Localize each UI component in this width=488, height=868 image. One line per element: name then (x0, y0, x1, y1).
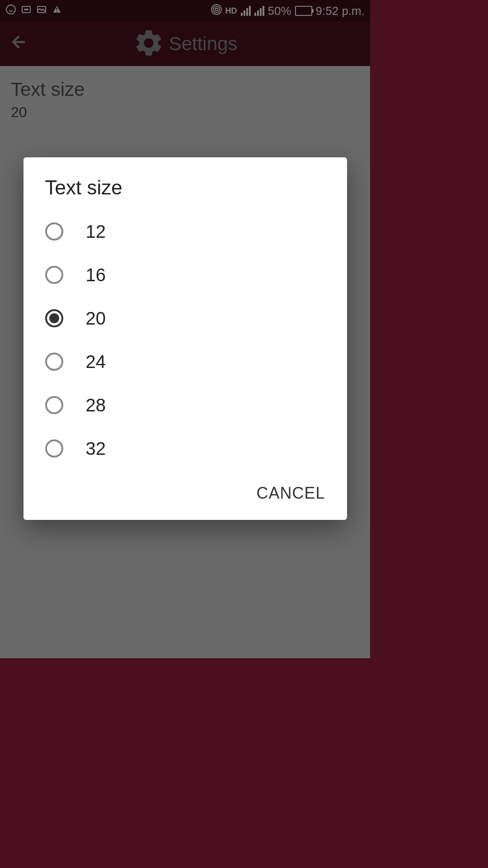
radio-label: 16 (86, 265, 106, 285)
radio-icon (45, 222, 63, 241)
radio-icon (45, 353, 63, 371)
radio-icon (45, 439, 63, 458)
text-size-dialog: Text size 121620242832 CANCEL (23, 157, 347, 520)
dialog-title: Text size (23, 176, 347, 210)
radio-group: 121620242832 (23, 210, 347, 470)
radio-icon (45, 309, 63, 327)
radio-label: 20 (86, 308, 106, 329)
cancel-button[interactable]: CANCEL (256, 484, 325, 503)
radio-icon (45, 396, 63, 414)
dialog-overlay[interactable]: Text size 121620242832 CANCEL (0, 0, 370, 658)
radio-option-28[interactable]: 28 (23, 383, 347, 427)
radio-label: 24 (86, 352, 106, 372)
radio-option-12[interactable]: 12 (23, 210, 347, 253)
radio-label: 12 (86, 222, 106, 242)
radio-label: 32 (86, 439, 106, 459)
radio-label: 28 (86, 395, 106, 415)
dialog-actions: CANCEL (23, 470, 347, 507)
radio-option-24[interactable]: 24 (23, 340, 347, 383)
radio-option-20[interactable]: 20 (23, 297, 347, 340)
radio-option-16[interactable]: 16 (23, 253, 347, 297)
radio-option-32[interactable]: 32 (23, 427, 347, 470)
radio-icon (45, 266, 63, 284)
